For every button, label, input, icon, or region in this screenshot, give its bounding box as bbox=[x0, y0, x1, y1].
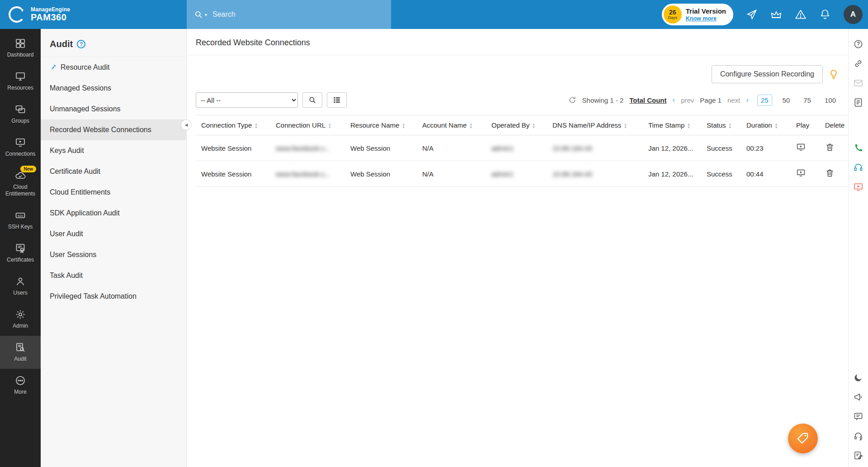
refresh-icon[interactable] bbox=[568, 96, 576, 104]
sort-icon[interactable]: ▴▾ bbox=[402, 123, 405, 129]
nav-item-audit[interactable]: Audit bbox=[0, 336, 41, 369]
sidebar-item-sdk-application-audit[interactable]: SDK Application Audit bbox=[41, 203, 186, 224]
nav-item-resources[interactable]: Resources bbox=[0, 65, 41, 98]
dark-mode-moon-icon[interactable] bbox=[853, 372, 863, 383]
table-row[interactable]: Website Session www.facebook.c... Web Se… bbox=[196, 135, 848, 161]
user-avatar[interactable]: A bbox=[844, 5, 863, 24]
page-size-100[interactable]: 100 bbox=[821, 95, 839, 105]
next-chevron-icon[interactable]: › bbox=[746, 95, 749, 105]
prev-chevron-icon[interactable]: ‹ bbox=[672, 95, 675, 105]
page-size-25[interactable]: 25 bbox=[757, 95, 772, 106]
col-account-name[interactable]: Account Name▴▾ bbox=[417, 115, 486, 135]
page-size-50[interactable]: 50 bbox=[779, 95, 793, 105]
connections-table-wrap: Connection Type▴▾ Connection URL▴▾ Resou… bbox=[196, 115, 848, 187]
col-dns-ip[interactable]: DNS Name/IP Address▴▾ bbox=[547, 115, 643, 135]
support-headphones-icon[interactable] bbox=[853, 431, 863, 441]
feedback-chat-icon[interactable] bbox=[853, 411, 863, 422]
audit-icon bbox=[15, 342, 26, 353]
phone-icon[interactable] bbox=[853, 143, 863, 153]
col-time-stamp[interactable]: Time Stamp▴▾ bbox=[643, 115, 701, 135]
session-recording-icon[interactable] bbox=[853, 182, 863, 192]
delete-trash-icon[interactable] bbox=[825, 168, 835, 178]
search-filter-button[interactable] bbox=[302, 92, 322, 108]
nav-item-more[interactable]: More bbox=[0, 369, 41, 402]
delete-trash-icon[interactable] bbox=[825, 143, 835, 152]
sidebar-item-user-audit[interactable]: User Audit bbox=[41, 224, 186, 244]
play-recording-icon[interactable] bbox=[796, 168, 806, 178]
next-link[interactable]: next bbox=[727, 96, 740, 104]
configure-session-recording-button[interactable]: Configure Session Recording bbox=[712, 65, 823, 83]
sort-icon[interactable]: ▴▾ bbox=[729, 123, 731, 129]
report-icon[interactable] bbox=[853, 97, 863, 108]
nav-item-cloud-entitlements[interactable]: New Cloud Entitlements bbox=[0, 164, 41, 204]
ssh-keys-icon: SSH bbox=[15, 210, 26, 221]
sidebar-item-privileged-task-automation[interactable]: Privileged Task Automation bbox=[41, 286, 186, 307]
total-count-link[interactable]: Total Count bbox=[629, 96, 666, 104]
sort-icon[interactable]: ▴▾ bbox=[624, 123, 627, 129]
cell-connection-type: Website Session bbox=[196, 161, 270, 187]
sort-icon[interactable]: ▴▾ bbox=[533, 123, 535, 129]
sidebar-item-label: User Sessions bbox=[50, 251, 96, 259]
col-operated-by[interactable]: Operated By▴▾ bbox=[486, 115, 547, 135]
nav-item-connections[interactable]: Connections bbox=[0, 131, 41, 164]
nav-item-users[interactable]: Users bbox=[0, 270, 41, 303]
sidebar-item-label: Unmanaged Sessions bbox=[50, 105, 121, 113]
col-duration[interactable]: Duration▴▾ bbox=[741, 115, 791, 135]
sort-icon[interactable]: ▴▾ bbox=[255, 123, 257, 129]
cell-operated-by: admin1 bbox=[486, 135, 547, 161]
send-feedback-icon[interactable] bbox=[746, 9, 758, 20]
alerts-warning-icon[interactable] bbox=[795, 9, 807, 20]
col-connection-url[interactable]: Connection URL▴▾ bbox=[270, 115, 345, 135]
nav-item-certificates[interactable]: Certificates bbox=[0, 237, 41, 270]
sort-icon[interactable]: ▴▾ bbox=[688, 123, 690, 129]
play-recording-icon[interactable] bbox=[796, 143, 806, 152]
global-search[interactable]: ▾ bbox=[187, 0, 391, 29]
tips-bulb-icon[interactable] bbox=[828, 69, 839, 80]
search-input[interactable] bbox=[212, 10, 357, 19]
column-chooser-button[interactable] bbox=[327, 92, 347, 108]
col-resource-name[interactable]: Resource Name▴▾ bbox=[345, 115, 417, 135]
sort-icon[interactable]: ▴▾ bbox=[329, 123, 331, 129]
showing-count: Showing 1 - 2 bbox=[582, 96, 624, 104]
mail-icon[interactable] bbox=[853, 78, 863, 88]
request-note-icon[interactable] bbox=[853, 450, 863, 461]
sidebar-item-keys-audit[interactable]: Keys Audit bbox=[41, 140, 186, 161]
trial-know-more-link[interactable]: Know more bbox=[686, 15, 726, 22]
trial-version-badge[interactable]: 26 Days Trial Version Know more bbox=[662, 4, 733, 25]
page-size-75[interactable]: 75 bbox=[800, 95, 814, 105]
col-status[interactable]: Status▴▾ bbox=[701, 115, 741, 135]
headset-icon[interactable] bbox=[853, 162, 863, 173]
new-badge: New bbox=[20, 166, 36, 172]
prev-link[interactable]: prev bbox=[681, 96, 694, 104]
help-icon[interactable]: ? bbox=[77, 40, 85, 48]
help-circle-icon[interactable] bbox=[853, 39, 863, 49]
sidebar-item-certificate-audit[interactable]: Certificate Audit bbox=[41, 161, 186, 182]
sidebar-item-task-audit[interactable]: Task Audit bbox=[41, 265, 186, 286]
sidebar-item-resource-audit[interactable]: Resource Audit bbox=[41, 57, 186, 78]
sidebar-item-user-sessions[interactable]: User Sessions bbox=[41, 244, 186, 265]
nav-item-dashboard[interactable]: Dashboard bbox=[0, 32, 41, 65]
search-scope-caret-icon[interactable]: ▾ bbox=[205, 12, 207, 17]
sort-icon[interactable]: ▴▾ bbox=[775, 123, 778, 129]
sidebar-item-cloud-entitlements[interactable]: Cloud Entitlements bbox=[41, 182, 186, 203]
table-row[interactable]: Website Session www.facebook.c... Web Se… bbox=[196, 161, 848, 187]
notifications-bell-icon[interactable] bbox=[819, 9, 831, 20]
nav-item-groups[interactable]: Groups bbox=[0, 98, 41, 131]
nav-item-admin[interactable]: Admin bbox=[0, 303, 41, 336]
announcement-icon[interactable] bbox=[853, 392, 863, 402]
nav-label: Users bbox=[13, 290, 27, 296]
sidebar-item-managed-sessions[interactable]: Managed Sessions bbox=[41, 78, 186, 99]
whats-new-crown-icon[interactable] bbox=[770, 9, 782, 20]
sidebar-item-recorded-website-connections[interactable]: Recorded Website Connections bbox=[41, 119, 186, 140]
col-connection-type[interactable]: Connection Type▴▾ bbox=[196, 115, 270, 135]
sidebar-collapse-button[interactable]: ◀ bbox=[181, 119, 192, 130]
sort-icon[interactable]: ▴▾ bbox=[470, 123, 472, 129]
link-icon[interactable] bbox=[853, 58, 863, 69]
nav-label: Admin bbox=[13, 323, 28, 329]
col-play: Play bbox=[791, 115, 820, 135]
offers-tag-fab[interactable] bbox=[788, 424, 818, 453]
filter-dropdown[interactable]: -- All -- bbox=[196, 92, 298, 108]
nav-item-ssh-keys[interactable]: SSH SSH Keys bbox=[0, 204, 41, 237]
sidebar-item-unmanaged-sessions[interactable]: Unmanaged Sessions bbox=[41, 99, 186, 119]
groups-icon bbox=[15, 104, 26, 115]
